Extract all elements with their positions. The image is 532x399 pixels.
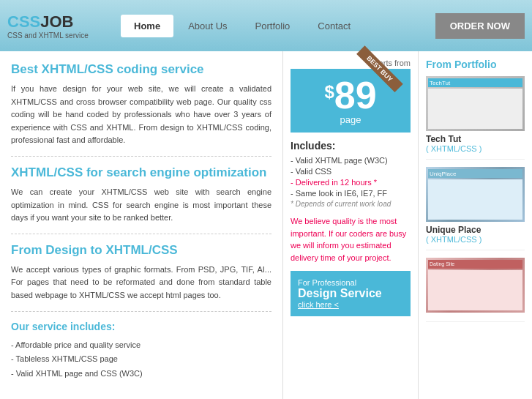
section3-title: From Design to XHTML/CSS xyxy=(11,243,271,258)
portfolio-name: Unique Place xyxy=(426,225,525,235)
list-item: - Tableless XHTML/CSS page xyxy=(11,352,271,367)
section3-text: We accept various types of graphic forma… xyxy=(11,264,271,302)
list-item: - Valid XHTML page and CSS (W3C) xyxy=(11,367,271,381)
header: CSSJOB CSS and XHTML service Home About … xyxy=(0,0,532,51)
include-item: - Same look in IE6, IE7, FF xyxy=(291,189,411,198)
nav-item-contact[interactable]: Contact xyxy=(304,15,364,37)
quality-note: We believe quality is the most important… xyxy=(291,215,411,264)
section1-text: If you have design for your web site, we… xyxy=(11,83,271,147)
logo-tagline: CSS and XHTML service xyxy=(7,31,121,40)
promo-area: starts from BEST BUY $ 89 page Includes:… xyxy=(283,51,419,399)
divider3 xyxy=(11,311,271,312)
main-content: Best XHTML/CSS coding service If you hav… xyxy=(0,51,532,399)
nav-item-home[interactable]: Home xyxy=(121,15,173,37)
price-page-label: page xyxy=(298,114,403,125)
service-includes-list: - Affordable price and quality service -… xyxy=(11,338,271,381)
portfolio-thumbnail: UniqPlace xyxy=(426,167,525,222)
include-item: - Valid CSS xyxy=(291,167,411,176)
nav-item-portfolio[interactable]: Portfolio xyxy=(242,15,304,37)
design-service-box: For Professional Design Service click he… xyxy=(291,271,411,316)
thumbnail-placeholder: UniqPlace xyxy=(426,167,525,222)
thumbnail-placeholder: TechTut xyxy=(426,76,525,131)
includes-title: Includes: xyxy=(291,140,411,152)
design-service-link[interactable]: click here < xyxy=(298,300,403,309)
content-area: Best XHTML/CSS coding service If you hav… xyxy=(0,51,283,399)
thumbnail-placeholder: Dating Site xyxy=(426,258,525,313)
price-number: 89 xyxy=(334,76,377,114)
section2-text: We can create your XHTML/CSS web site wi… xyxy=(11,186,271,225)
portfolio-type: ( XHTML/CSS ) xyxy=(426,235,525,244)
logo-css: CSS xyxy=(7,12,40,31)
order-now-button[interactable]: ORDER NOW xyxy=(435,13,525,39)
portfolio-name: Tech Tut xyxy=(426,134,525,144)
price-dollar: $ xyxy=(324,82,334,102)
include-item: - Valid XHTML page (W3C) xyxy=(291,156,411,165)
service-includes-title: Our service includes: xyxy=(11,321,271,332)
design-service-title: Design Service xyxy=(298,287,403,300)
design-service-for: For Professional xyxy=(298,278,403,287)
portfolio-type: ( XHTML/CSS ) xyxy=(426,144,525,153)
depends-note: * Depends of current work load xyxy=(291,200,411,208)
portfolio-thumbnail: TechTut xyxy=(426,76,525,131)
logo-job: JOB xyxy=(40,12,73,31)
starts-from-label: starts from xyxy=(291,59,411,67)
nav: Home About Us Portfolio Contact xyxy=(121,15,435,37)
section1-title: Best XHTML/CSS coding service xyxy=(11,62,271,77)
logo-area: CSSJOB CSS and XHTML service xyxy=(7,12,121,40)
divider2 xyxy=(11,234,271,234)
portfolio-item-dating[interactable]: Dating Site xyxy=(426,258,525,322)
portfolio-item-uniqueplace[interactable]: UniqPlace Unique Place ( XHTML/CSS ) xyxy=(426,167,525,250)
include-item: - Delivered in 12 hours * xyxy=(291,178,411,187)
section2-title: XHTML/CSS for search engine optimization xyxy=(11,165,271,180)
divider1 xyxy=(11,156,271,157)
nav-item-about[interactable]: About Us xyxy=(175,15,240,37)
portfolio-item-techtut[interactable]: TechTut Tech Tut ( XHTML/CSS ) xyxy=(426,76,525,160)
portfolio-thumbnail: Dating Site xyxy=(426,258,525,313)
sidebar: From Portfolio TechTut Tech Tut ( XHTML/… xyxy=(419,51,532,399)
logo: CSSJOB xyxy=(7,12,121,31)
list-item: - Affordable price and quality service xyxy=(11,338,271,353)
sidebar-title: From Portfolio xyxy=(426,59,525,70)
